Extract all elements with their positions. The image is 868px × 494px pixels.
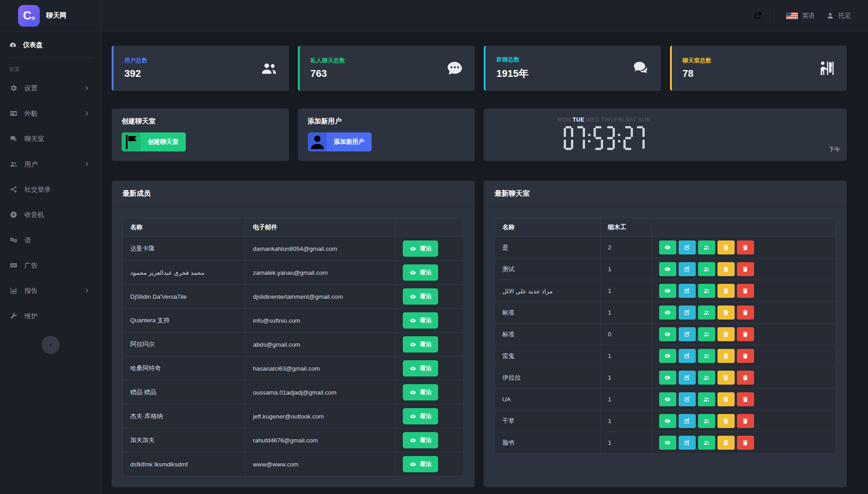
room-members-button[interactable]	[698, 392, 715, 406]
member-row: 哈桑阿特奇hasanatci63@gmail.com看法	[123, 357, 464, 381]
trash-icon	[742, 439, 749, 446]
view-member-button[interactable]: 看法	[403, 360, 438, 376]
latest-rooms-card: 最新聊天室 名称细木工 是2测试1مزاد جديد علي الالل1标准1…	[484, 181, 847, 487]
room-restore-button[interactable]	[717, 436, 735, 450]
room-view-button[interactable]	[659, 240, 676, 254]
room-restore-button[interactable]	[717, 306, 735, 320]
member-email-cell: info@softnio.com	[245, 309, 396, 333]
sidebar-item[interactable]: 维护	[0, 303, 101, 329]
room-edit-button[interactable]	[679, 436, 696, 450]
view-member-button[interactable]: 看法	[403, 288, 438, 305]
view-member-button[interactable]: 看法	[403, 384, 438, 400]
room-restore-button[interactable]	[717, 392, 735, 406]
room-restore-button[interactable]	[717, 327, 735, 341]
room-members-button[interactable]	[698, 371, 715, 385]
external-link-icon[interactable]	[753, 11, 762, 20]
room-edit-button[interactable]	[679, 371, 696, 385]
topbar-right: 英语 托尼	[753, 0, 868, 31]
room-members-button[interactable]	[698, 349, 715, 363]
quick-action-button[interactable]: 添加新用户	[308, 132, 372, 151]
sidebar-item[interactable]: 聊天室	[0, 126, 101, 151]
room-view-button[interactable]	[659, 349, 676, 363]
room-edit-button[interactable]	[679, 284, 696, 298]
sidebar-collapse-button[interactable]	[42, 336, 60, 354]
eye-icon	[664, 287, 671, 294]
room-members-button[interactable]	[698, 262, 715, 276]
sidebar-item[interactable]: 语	[0, 227, 101, 253]
room-members-button[interactable]	[698, 240, 715, 254]
sidebar-item[interactable]: 收音机	[0, 202, 101, 227]
room-delete-button[interactable]	[737, 240, 754, 254]
clock-meridiem: 下午	[829, 146, 840, 154]
room-edit-button[interactable]	[679, 240, 696, 254]
sidebar-item[interactable]: 设置	[0, 75, 101, 101]
view-member-button[interactable]: 看法	[403, 336, 438, 353]
room-edit-button[interactable]	[679, 306, 696, 320]
view-member-button[interactable]: 看法	[403, 312, 438, 329]
room-edit-button[interactable]	[679, 262, 696, 276]
room-delete-button[interactable]	[737, 371, 754, 385]
sidebar-divider	[8, 57, 93, 58]
view-member-button[interactable]: 看法	[403, 264, 438, 281]
room-delete-button[interactable]	[737, 349, 754, 363]
sidebar-item-dashboard[interactable]: 仪表盘	[0, 36, 101, 54]
room-restore-button[interactable]	[717, 349, 735, 363]
view-member-button[interactable]: 看法	[403, 408, 438, 424]
clock-digit	[576, 126, 585, 150]
room-delete-button[interactable]	[737, 392, 754, 406]
member-name-cell: DjSlidin Da'VersaTile	[123, 285, 245, 309]
room-view-button[interactable]	[659, 327, 676, 341]
room-members-button[interactable]	[698, 436, 715, 450]
room-row: UA1	[495, 389, 836, 410]
quick-action-panel: 创建聊天室创建聊天室	[112, 108, 289, 161]
room-members-button[interactable]	[698, 327, 715, 341]
room-members-button[interactable]	[698, 414, 715, 428]
room-edit-button[interactable]	[679, 327, 696, 341]
members-col-header: 电子邮件	[245, 218, 396, 237]
room-view-button[interactable]	[659, 392, 676, 406]
room-delete-button[interactable]	[737, 306, 754, 320]
view-member-button[interactable]: 看法	[403, 456, 438, 472]
room-delete-button[interactable]	[737, 284, 754, 298]
room-name-cell: 测试	[495, 259, 601, 280]
room-restore-button[interactable]	[717, 240, 735, 254]
quick-action-button[interactable]: 创建聊天室	[122, 132, 186, 151]
room-edit-button[interactable]	[679, 414, 696, 428]
room-name-cell: 脸书	[495, 432, 601, 454]
room-restore-button[interactable]	[717, 284, 735, 298]
brand[interactable]: Cn 聊天网	[0, 0, 101, 31]
chevron-right-icon	[83, 287, 92, 295]
sidebar-item[interactable]: 用户	[0, 151, 101, 177]
room-row: 雷鬼1	[495, 345, 836, 367]
room-restore-button[interactable]	[717, 414, 735, 428]
room-edit-button[interactable]	[679, 392, 696, 406]
view-member-button[interactable]: 看法	[403, 432, 438, 448]
room-view-button[interactable]	[659, 436, 676, 450]
room-members-button[interactable]	[698, 284, 715, 298]
sidebar-item[interactable]: 社交登录	[0, 177, 101, 202]
language-selector[interactable]: 英语	[786, 12, 815, 20]
sidebar-item[interactable]: 报告	[0, 278, 101, 303]
room-view-button[interactable]	[659, 262, 676, 276]
trash-icon	[742, 396, 749, 403]
room-view-button[interactable]	[659, 414, 676, 428]
edit-icon	[684, 374, 690, 381]
room-delete-button[interactable]	[737, 262, 754, 276]
user-menu[interactable]: 托尼	[826, 12, 851, 20]
sidebar-item-label: 外貌	[24, 109, 76, 118]
room-restore-button[interactable]	[717, 262, 735, 276]
room-delete-button[interactable]	[737, 436, 754, 450]
room-members-button[interactable]	[698, 306, 715, 320]
room-view-button[interactable]	[659, 306, 676, 320]
room-view-button[interactable]	[659, 371, 676, 385]
sidebar-item[interactable]: 广告	[0, 253, 101, 278]
view-member-button[interactable]: 看法	[403, 240, 438, 257]
view-button-label: 看法	[420, 245, 431, 253]
room-delete-button[interactable]	[737, 327, 754, 341]
room-delete-button[interactable]	[737, 414, 754, 428]
sidebar-item[interactable]: 外貌	[0, 101, 101, 126]
sidebar-item-label: 社交登录	[24, 185, 92, 194]
room-edit-button[interactable]	[679, 349, 696, 363]
room-view-button[interactable]	[659, 284, 676, 298]
room-restore-button[interactable]	[717, 371, 735, 385]
